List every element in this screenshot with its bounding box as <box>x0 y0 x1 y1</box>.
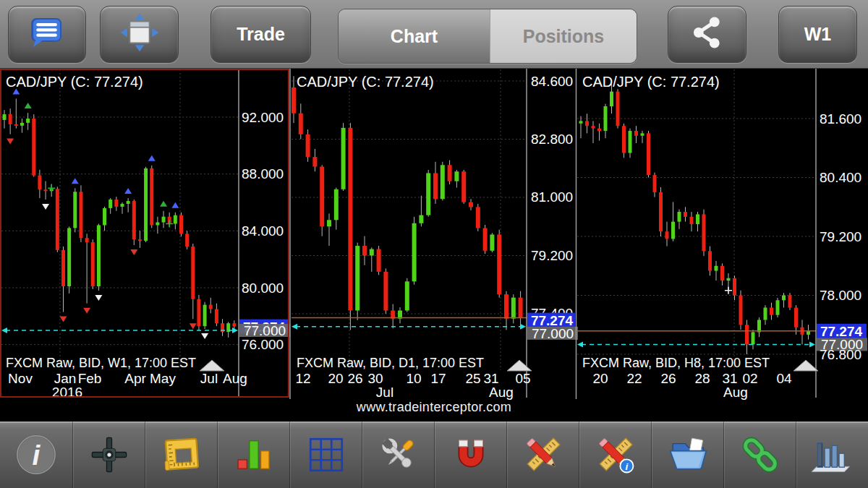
x-axis-label: Jul <box>200 371 218 386</box>
price-tick-label: 82.800 <box>531 132 573 147</box>
link-icon <box>739 434 781 476</box>
signal-markers <box>725 287 732 294</box>
chart-title: CAD/JPY (C: 77.274) <box>297 74 434 90</box>
support-line-right-arrow <box>232 328 238 333</box>
quotes-list-button[interactable] <box>8 6 86 63</box>
chart-panel-w1[interactable]: 92.00088.00084.00080.00077.27477.00076.0… <box>1 69 290 400</box>
price-tick-label: 84.000 <box>242 223 284 239</box>
price-tick-label: 78.000 <box>820 288 861 303</box>
x-axis-label: 26 <box>347 371 362 386</box>
price-tick-label: 80.400 <box>820 170 861 185</box>
quotes-list-icon <box>26 12 68 58</box>
charts-canvas[interactable]: 92.00088.00084.00080.00077.27477.00076.0… <box>0 69 868 421</box>
x-axis-label: 20 <box>328 371 343 386</box>
grid-button[interactable] <box>289 421 362 488</box>
support-line-left-arrow <box>1 328 7 333</box>
chart-panel-d1[interactable]: 84.60082.80081.00079.20077.40077.27477.0… <box>292 69 578 400</box>
up-arrow-marker <box>160 201 167 207</box>
trade-button[interactable]: Trade <box>210 6 311 63</box>
x-axis-label: Aug <box>223 371 247 386</box>
share-icon <box>689 14 726 56</box>
up-arrow-marker <box>124 188 132 194</box>
x-axis-label: 17 <box>430 371 446 386</box>
down-arrow-marker <box>42 204 49 210</box>
tab-chart-label: Chart <box>391 26 438 47</box>
bar-chart-icon <box>234 435 274 475</box>
x-axis-label: Jan <box>54 371 77 386</box>
chart-title: CAD/JPY (C: 77.274) <box>582 74 720 90</box>
x-axis-label: 31 <box>722 371 737 386</box>
support-line-left-arrow <box>577 341 583 347</box>
x-axis-label: 05 <box>515 371 530 386</box>
link-charts-button[interactable] <box>723 421 796 488</box>
folder-icon <box>667 434 709 476</box>
bottom-toolbar: ii <box>0 421 868 488</box>
x-axis-label: 30 <box>367 371 383 386</box>
x-axis-label: Apr <box>124 371 146 386</box>
charts-area: 92.00088.00084.00080.00077.27477.00076.0… <box>0 69 868 421</box>
top-toolbar: Trade Chart Positions <box>0 0 868 69</box>
support-price-label: 77.000 <box>532 326 574 341</box>
scroll-to-latest-button[interactable] <box>507 360 532 371</box>
tab-chart[interactable]: Chart <box>339 9 490 63</box>
statistics-button[interactable] <box>796 421 868 488</box>
x-axis-label: 25 <box>465 371 480 386</box>
plus-marker <box>48 184 55 192</box>
down-arrow-marker <box>83 308 90 314</box>
tab-positions-label: Positions <box>523 26 605 47</box>
svg-text:i: i <box>33 440 41 471</box>
website-watermark: www.tradeinterceptor.com <box>0 400 868 415</box>
plus-marker <box>166 221 173 228</box>
down-arrow-marker <box>7 139 14 145</box>
down-arrow-marker <box>95 295 102 301</box>
chart-feed-info: FXCM Raw, BID, D1, 17:00 EST <box>297 356 484 370</box>
settings-button[interactable] <box>362 421 434 488</box>
trade-interceptor-app: Trade Chart Positions <box>0 0 868 488</box>
price-tick-label: 81.000 <box>531 189 573 205</box>
chart-panel-h8[interactable]: 81.60080.40079.20078.00077.27477.00076.8… <box>577 69 867 400</box>
scroll-to-latest-button[interactable] <box>200 360 224 371</box>
ruler-icon <box>161 434 203 476</box>
price-tick-label: 88.000 <box>242 166 284 181</box>
tools-icon <box>378 434 420 476</box>
candles <box>3 98 237 337</box>
draw-button[interactable] <box>506 421 579 488</box>
draw-tools-info-icon: i <box>595 434 637 476</box>
magnet-icon <box>451 435 491 475</box>
price-tick-label: 79.200 <box>531 248 573 263</box>
down-arrow-marker <box>130 249 137 255</box>
grid-icon <box>305 434 347 476</box>
draw-tools-icon <box>522 434 564 476</box>
layout-arrows-icon <box>119 12 161 58</box>
draw-info-button[interactable]: i <box>579 421 651 488</box>
down-arrow-marker <box>201 333 208 339</box>
support-line-right-arrow <box>809 341 815 347</box>
x-axis-label: 31 <box>483 371 498 386</box>
layout-button[interactable] <box>100 6 179 63</box>
crosshair-button[interactable] <box>72 421 145 488</box>
support-line-right-arrow <box>520 324 526 330</box>
x-axis-label: 12 <box>295 371 310 386</box>
info-button[interactable]: i <box>0 421 72 488</box>
trade-button-label: Trade <box>237 24 285 45</box>
x-axis-label: 26 <box>660 371 676 386</box>
magnet-button[interactable] <box>434 421 506 488</box>
down-arrow-marker <box>60 316 67 322</box>
timeframe-button[interactable]: W1 <box>778 6 857 63</box>
x-axis-label: 04 <box>776 371 792 386</box>
up-arrow-marker <box>171 202 179 208</box>
x-axis-label: 02 <box>742 371 757 386</box>
tab-positions[interactable]: Positions <box>490 9 637 63</box>
x-axis-label: 20 <box>592 371 608 386</box>
measure-button[interactable] <box>145 421 217 488</box>
x-axis-label: Nov <box>8 371 33 386</box>
share-button[interactable] <box>668 6 746 63</box>
chart-style-button[interactable] <box>217 421 289 488</box>
price-tick-label: 76.800 <box>820 347 861 362</box>
scroll-to-latest-button[interactable] <box>793 360 818 371</box>
down-arrow-marker <box>190 323 197 329</box>
files-button[interactable] <box>651 421 723 488</box>
info-icon: i <box>14 432 59 477</box>
up-arrow-marker <box>25 103 32 108</box>
timeframe-label: W1 <box>804 24 832 45</box>
